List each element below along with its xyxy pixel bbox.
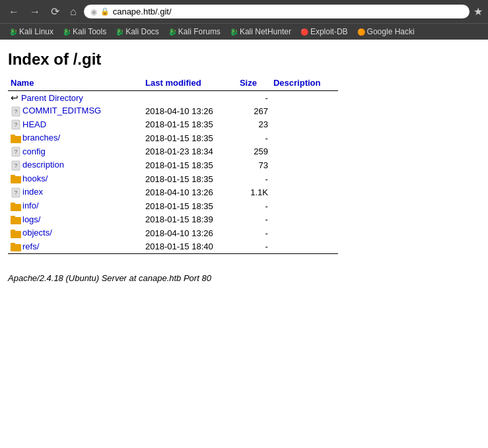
file-size: 73 bbox=[237, 158, 271, 172]
file-link[interactable]: index bbox=[22, 187, 43, 197]
svg-rect-19 bbox=[11, 230, 15, 232]
file-icon: ? bbox=[11, 160, 22, 170]
file-size: - bbox=[237, 226, 271, 240]
table-row: ?config2018-01-23 18:34259 bbox=[8, 145, 338, 159]
back-button[interactable]: ← bbox=[5, 5, 22, 19]
kali-tools-favicon: 🐉 bbox=[63, 28, 71, 36]
bookmark-kali-tools[interactable]: 🐉 Kali Tools bbox=[59, 26, 110, 38]
bookmark-kali-nethunter[interactable]: 🐉 Kali NetHunter bbox=[226, 26, 295, 38]
svg-rect-16 bbox=[11, 217, 21, 224]
col-header-name[interactable]: Name bbox=[11, 78, 34, 88]
col-header-last-modified[interactable]: Last modified bbox=[145, 78, 201, 88]
file-date bbox=[143, 91, 237, 105]
file-desc bbox=[271, 172, 338, 186]
file-link[interactable]: objects/ bbox=[22, 228, 52, 238]
file-size: 1.1K bbox=[237, 185, 271, 199]
file-date: 2018-01-15 18:35 bbox=[143, 118, 237, 132]
parent-dir-icon: ↩ bbox=[11, 92, 21, 103]
bookmark-kali-forums-label: Kali Forums bbox=[178, 27, 221, 36]
svg-rect-10 bbox=[11, 176, 21, 183]
bookmark-google-hacki[interactable]: 🟠 Google Hacki bbox=[353, 26, 419, 38]
page-content: Index of /.git Name Last modified Size D… bbox=[0, 40, 488, 288]
bookmark-kali-tools-label: Kali Tools bbox=[73, 27, 106, 36]
file-link[interactable]: COMMIT_EDITMSG bbox=[22, 106, 101, 115]
file-link[interactable]: config bbox=[22, 146, 46, 156]
svg-rect-18 bbox=[11, 231, 21, 238]
url-input[interactable] bbox=[113, 7, 463, 16]
home-button[interactable]: ⌂ bbox=[67, 5, 80, 19]
svg-rect-17 bbox=[11, 216, 15, 218]
svg-rect-21 bbox=[11, 243, 15, 245]
folder-icon bbox=[11, 133, 22, 143]
file-desc bbox=[271, 185, 338, 199]
file-icon: ? bbox=[11, 106, 22, 115]
file-size: - bbox=[237, 199, 271, 213]
file-size: - bbox=[237, 131, 271, 145]
file-link[interactable]: hooks/ bbox=[22, 174, 48, 183]
reload-button[interactable]: ⟳ bbox=[48, 4, 63, 19]
bookmark-exploit-db[interactable]: 🔴 Exploit-DB bbox=[296, 26, 352, 38]
forward-button[interactable]: → bbox=[26, 5, 44, 19]
file-date: 2018-01-23 18:34 bbox=[143, 145, 237, 159]
bookmark-kali-linux[interactable]: 🐉 Kali Linux bbox=[5, 26, 57, 38]
svg-text:?: ? bbox=[14, 121, 17, 128]
directory-table: Name Last modified Size Description ↩ Pa… bbox=[8, 77, 338, 267]
svg-rect-15 bbox=[11, 203, 15, 205]
file-link[interactable]: info/ bbox=[22, 201, 39, 210]
file-icon: ? bbox=[11, 187, 22, 197]
file-date: 2018-01-15 18:35 bbox=[143, 131, 237, 145]
browser-chrome: ← → ⟳ ⌂ ◉ 🔒 ★ bbox=[0, 0, 488, 23]
file-icon: ? bbox=[11, 119, 22, 129]
file-date: 2018-01-15 18:39 bbox=[143, 213, 237, 227]
folder-icon bbox=[11, 201, 22, 210]
svg-rect-4 bbox=[11, 136, 21, 143]
table-row: refs/2018-01-15 18:40- bbox=[8, 240, 338, 254]
file-date: 2018-01-15 18:35 bbox=[143, 172, 237, 186]
kali-docs-favicon: 🐉 bbox=[116, 28, 123, 36]
bookmark-star-icon[interactable]: ★ bbox=[473, 5, 483, 18]
kali-nethunter-favicon: 🐉 bbox=[230, 28, 238, 36]
file-date: 2018-01-15 18:40 bbox=[143, 240, 237, 254]
file-link[interactable]: branches/ bbox=[22, 133, 60, 143]
file-link[interactable]: refs/ bbox=[22, 241, 39, 251]
lock-icon: 🔒 bbox=[100, 7, 110, 16]
bookmark-kali-nethunter-label: Kali NetHunter bbox=[240, 27, 291, 36]
table-row: logs/2018-01-15 18:39- bbox=[8, 213, 338, 227]
file-link[interactable]: description bbox=[22, 160, 64, 170]
bookmark-exploit-db-label: Exploit-DB bbox=[310, 27, 348, 36]
page-title: Index of /.git bbox=[8, 50, 480, 69]
file-date: 2018-04-10 13:26 bbox=[143, 185, 237, 199]
folder-icon bbox=[11, 174, 22, 183]
table-row: ?HEAD2018-01-15 18:3523 bbox=[8, 118, 338, 132]
file-desc bbox=[271, 145, 338, 159]
bookmark-kali-forums[interactable]: 🐉 Kali Forums bbox=[164, 26, 225, 38]
table-row: ?description2018-01-15 18:3573 bbox=[8, 158, 338, 172]
file-link[interactable]: HEAD bbox=[22, 119, 46, 129]
file-date: 2018-01-15 18:35 bbox=[143, 199, 237, 213]
address-bar: ◉ 🔒 bbox=[84, 5, 470, 18]
table-row: branches/2018-01-15 18:35- bbox=[8, 131, 338, 145]
table-row: ?index2018-04-10 13:261.1K bbox=[8, 185, 338, 199]
file-desc bbox=[271, 226, 338, 240]
table-row: info/2018-01-15 18:35- bbox=[8, 199, 338, 213]
file-size: 259 bbox=[237, 145, 271, 159]
table-row: objects/2018-04-10 13:26- bbox=[8, 226, 338, 240]
file-desc bbox=[271, 240, 338, 254]
svg-rect-11 bbox=[11, 175, 15, 177]
bookmark-kali-linux-label: Kali Linux bbox=[19, 27, 53, 36]
file-link[interactable]: logs/ bbox=[22, 214, 40, 224]
col-header-size[interactable]: Size bbox=[240, 78, 257, 88]
folder-icon bbox=[11, 241, 22, 251]
server-info: Apache/2.4.18 (Ubuntu) Server at canape.… bbox=[8, 273, 480, 283]
file-link[interactable]: Parent Directory bbox=[21, 93, 83, 103]
google-hacki-favicon: 🟠 bbox=[357, 28, 365, 36]
exploit-db-favicon: 🔴 bbox=[300, 28, 308, 36]
file-desc bbox=[271, 158, 338, 172]
file-desc bbox=[271, 131, 338, 145]
col-header-description[interactable]: Description bbox=[273, 78, 321, 88]
shield-icon: ◉ bbox=[90, 7, 97, 16]
file-size: - bbox=[237, 240, 271, 254]
table-row: hooks/2018-01-15 18:35- bbox=[8, 172, 338, 186]
bookmark-kali-docs[interactable]: 🐉 Kali Docs bbox=[112, 26, 163, 38]
svg-rect-5 bbox=[11, 135, 15, 137]
